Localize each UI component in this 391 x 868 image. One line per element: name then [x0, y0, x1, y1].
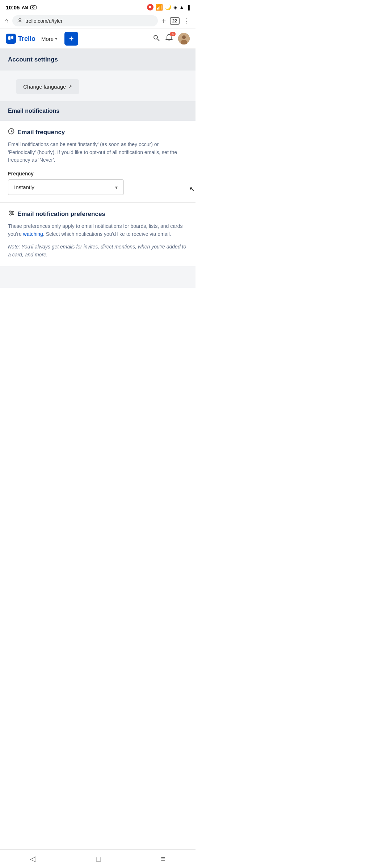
- add-button[interactable]: +: [64, 32, 78, 46]
- preferences-title: Email notification preferences: [17, 210, 105, 218]
- url-bar-icon: [17, 18, 22, 24]
- url-text: trello.com/u/tyler: [25, 18, 63, 24]
- email-notifications-header: Email notifications: [0, 101, 196, 121]
- email-notifications-title: Email notifications: [8, 108, 59, 114]
- ampm-display: AM: [22, 5, 28, 9]
- trello-logo-text: Trello: [18, 35, 35, 43]
- external-link-icon: ↗: [68, 84, 72, 89]
- svg-rect-2: [149, 6, 151, 8]
- wifi-icon: ▲: [179, 4, 184, 10]
- preferences-heading: Email notification preferences: [8, 210, 188, 218]
- clock-icon: [8, 128, 14, 136]
- email-frequency-description: Email notifications can be sent 'Instant…: [8, 141, 188, 164]
- add-label: +: [69, 34, 74, 43]
- record-icon: [147, 4, 154, 10]
- svg-point-3: [19, 18, 21, 21]
- svg-point-1: [33, 7, 34, 8]
- more-menu-button[interactable]: More ▾: [41, 36, 57, 42]
- email-preferences-block: Email notification preferences These pre…: [0, 203, 196, 266]
- preferences-note: Note: You'll always get emails for invit…: [8, 243, 188, 259]
- notifications-bell[interactable]: 6: [165, 34, 173, 44]
- svg-point-18: [9, 211, 11, 212]
- email-frequency-block: Email frequency Email notifications can …: [0, 121, 196, 202]
- user-avatar[interactable]: [178, 33, 190, 44]
- notification-badge: 6: [170, 32, 176, 36]
- svg-point-10: [182, 35, 186, 39]
- svg-point-20: [10, 214, 11, 215]
- battery-icon: ▐: [186, 5, 190, 10]
- trello-logo-icon: [6, 34, 16, 44]
- nav-actions: 6: [153, 33, 190, 44]
- home-button[interactable]: ⌂: [4, 17, 9, 25]
- frequency-select[interactable]: Instantly ▾: [8, 179, 124, 195]
- svg-line-8: [157, 39, 159, 41]
- svg-rect-5: [8, 36, 10, 40]
- browser-bar: ⌂ trello.com/u/tyler + 22 ⋮: [0, 13, 196, 29]
- app-nav: Trello More ▾ + 6: [0, 29, 196, 49]
- preferences-description: These preferences only apply to email no…: [8, 222, 188, 238]
- new-tab-button[interactable]: +: [161, 16, 166, 26]
- change-language-button[interactable]: Change language ↗: [16, 79, 79, 94]
- change-language-label: Change language: [23, 84, 66, 90]
- email-frequency-heading: Email frequency: [8, 128, 188, 136]
- email-frequency-title: Email frequency: [17, 129, 65, 136]
- frequency-label: Frequency: [8, 171, 188, 176]
- page-content: Account settings Change language ↗ Email…: [0, 49, 196, 288]
- tab-count[interactable]: 22: [170, 17, 180, 25]
- camera-icon: [30, 5, 37, 9]
- svg-point-4: [19, 20, 19, 20]
- url-bar[interactable]: trello.com/u/tyler: [12, 15, 158, 26]
- more-label: More: [41, 36, 54, 42]
- search-icon[interactable]: [153, 34, 160, 43]
- sliders-icon: [8, 210, 14, 218]
- cursor: ↖: [189, 185, 195, 193]
- account-settings-title: Account settings: [8, 56, 58, 63]
- bluetooth-icon: 📶: [156, 4, 163, 11]
- svg-rect-0: [30, 6, 36, 9]
- svg-point-19: [12, 212, 13, 214]
- account-settings-header: Account settings: [0, 49, 196, 71]
- trello-logo[interactable]: Trello: [6, 34, 35, 44]
- browser-menu-button[interactable]: ⋮: [183, 17, 191, 25]
- status-bar: 10:05 AM 📶 🌙 ◈ ▲ ▐: [0, 0, 196, 13]
- chevron-down-icon: ▾: [55, 36, 57, 41]
- frequency-value: Instantly: [14, 184, 34, 190]
- status-icons: 📶 🌙 ◈ ▲ ▐: [147, 4, 190, 11]
- preferences-desc-2: . Select which notifications you'd like …: [43, 231, 171, 237]
- select-chevron-icon: ▾: [115, 184, 118, 190]
- svg-line-14: [11, 131, 13, 132]
- watching-link[interactable]: watching: [23, 231, 43, 237]
- time-display: 10:05: [6, 4, 20, 10]
- status-time: 10:05 AM: [6, 4, 37, 10]
- signal-icon: ◈: [173, 5, 177, 10]
- svg-rect-6: [11, 36, 13, 39]
- moon-icon: 🌙: [165, 4, 171, 10]
- svg-point-7: [154, 35, 157, 39]
